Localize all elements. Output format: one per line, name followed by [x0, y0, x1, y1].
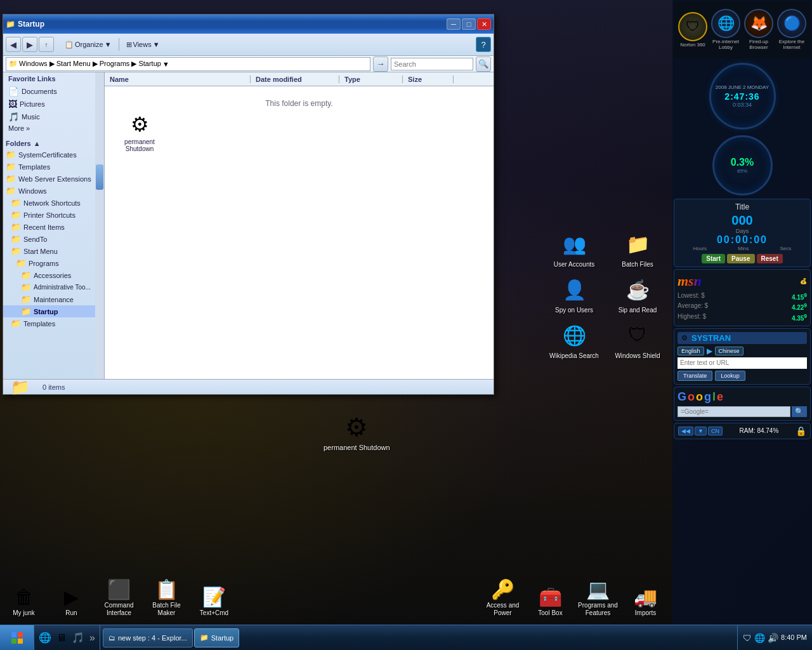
sidebar-link-pictures[interactable]: 🖼 Pictures [3, 98, 104, 110]
timer-buttons: Start Pause Reset [678, 254, 807, 263]
task-startup-label: Startup [211, 634, 233, 642]
col-type[interactable]: Type [339, 76, 403, 83]
programs-features-label: Programs and Features [577, 602, 619, 617]
timer-reset-button[interactable]: Reset [757, 254, 783, 263]
systran-translate-button[interactable]: Translate [678, 371, 712, 381]
sidebar-link-documents[interactable]: 📄 Documents [3, 85, 104, 98]
maximize-button[interactable]: □ [462, 18, 476, 30]
address-go-button[interactable]: → [373, 56, 388, 72]
desktop-icon-sip-and-read[interactable]: ☕ Sip and Read [609, 274, 666, 314]
timer-start-button[interactable]: Start [702, 254, 725, 263]
organize-button[interactable]: 📋 Organize ▼ [60, 39, 116, 51]
desktop-icon-tool-box[interactable]: 🧰 Tool Box [527, 583, 574, 620]
taskbar-task-explorer[interactable]: 🗂 new step : 4 - Explor... [103, 628, 193, 647]
google-search-row: 🔍 [678, 406, 807, 417]
breadcrumb[interactable]: 📁 Windows ▶ Start Menu ▶ Programs ▶ Star… [6, 57, 370, 71]
taskbar-show-desktop-icon[interactable]: 🖥 [55, 631, 69, 645]
rp-icon-norton[interactable]: 🛡 Norton 360 [678, 12, 707, 48]
empty-message: This folder is empty. [265, 99, 332, 108]
google-g2: g [704, 390, 711, 404]
rp-icon-preinternet[interactable]: 🌐 Pre-internet Lobby [709, 9, 742, 51]
close-button[interactable]: ✕ [477, 18, 491, 30]
up-button[interactable]: ↑ [39, 37, 54, 52]
search-input[interactable] [391, 58, 473, 70]
col-name[interactable]: Name [105, 76, 251, 83]
folder-printershortcuts[interactable]: 📁Printer Shortcuts [3, 209, 95, 221]
msn-avg-label: Average: $ [678, 302, 708, 311]
forward-button[interactable]: ▶ [22, 37, 37, 52]
file-item-shutdown[interactable]: ⚙ permanent Shutdown [117, 112, 162, 152]
systran-text-input[interactable] [678, 357, 807, 369]
desktop-icon-run[interactable]: ▶ Run [48, 583, 95, 620]
folder-templates1[interactable]: 📁Templates [3, 161, 95, 173]
col-date[interactable]: Date modified [251, 76, 339, 83]
google-search-input[interactable] [678, 406, 790, 417]
folder-networkshortcuts[interactable]: 📁Network Shortcuts [3, 197, 95, 209]
desktop-icon-programs-features[interactable]: 💻 Programs and Features [574, 576, 622, 620]
folder-icon: 📁 [11, 210, 21, 220]
folder-recentitems[interactable]: 📁Recent Items [3, 221, 95, 233]
ram-btn2[interactable]: ▼ [695, 427, 707, 435]
systran-to-lang[interactable]: Chinese [715, 347, 743, 355]
folder-startmenu[interactable]: 📁Start Menu [3, 245, 95, 257]
folder-accessories[interactable]: 📁Accessories [3, 269, 95, 281]
folder-windows[interactable]: 📁Windows [3, 185, 95, 197]
taskbar-ie-icon[interactable]: 🌐 [37, 630, 53, 645]
col-size[interactable]: Size [403, 76, 454, 83]
rp-icon-ie[interactable]: 🔵 Explore the Internet [775, 9, 808, 51]
desktop-icon-user-accounts[interactable]: 👥 User Accounts [546, 229, 603, 268]
systray-norton-icon[interactable]: 🛡 [743, 633, 752, 643]
desktop-icon-batch-file-maker[interactable]: 📋 Batch File Maker [143, 576, 190, 620]
batch-file-maker-label: Batch File Maker [145, 602, 188, 617]
ram-btn3[interactable]: CN [708, 427, 723, 435]
systran-from-lang[interactable]: English [678, 347, 704, 355]
scrollbar-thumb[interactable] [96, 164, 103, 190]
desktop-icon-permanent-shutdown[interactable]: ⚙ permanent Shutdown [324, 413, 390, 451]
folder-webserver[interactable]: 📁Web Server Extensions [3, 173, 95, 185]
google-search-button[interactable]: 🔍 [792, 406, 807, 417]
views-button[interactable]: ⊞ Views ▼ [122, 39, 164, 51]
folder-maintenance[interactable]: 📁Maintenance [3, 293, 95, 305]
quick-launch-expand[interactable]: » [88, 631, 97, 645]
task-startup-icon: 📁 [200, 633, 209, 642]
taskbar-media-icon[interactable]: 🎵 [70, 630, 86, 645]
systran-lookup-button[interactable]: Lookup [715, 371, 745, 381]
timer-hours-label: Hours [693, 246, 707, 251]
folder-startup[interactable]: 📁Startup [3, 305, 95, 317]
systray-network-icon[interactable]: 🌐 [754, 633, 765, 643]
minimize-button[interactable]: ─ [447, 18, 461, 30]
ram-btn1[interactable]: ◀◀ [678, 427, 693, 435]
sidebar-link-more[interactable]: More » [3, 123, 104, 133]
folder-systemcerts[interactable]: 📁SystemCertificates [3, 149, 95, 161]
scrollbar-track[interactable] [95, 72, 104, 379]
batch-files-icon: 📁 [622, 229, 653, 259]
desktop-icon-spy-on-users[interactable]: 👤 Spy on Users [546, 274, 603, 314]
sidebar-link-music[interactable]: 🎵 Music [3, 110, 104, 123]
timer-pause-button[interactable]: Pause [727, 254, 754, 263]
start-button[interactable] [0, 625, 34, 651]
desktop-icon-imports[interactable]: 🚚 Imports [622, 583, 669, 620]
taskbar-task-startup[interactable]: 📁 Startup [194, 628, 239, 647]
systray-volume-icon[interactable]: 🔊 [768, 633, 778, 643]
folder-templates2[interactable]: 📁Templates [3, 317, 95, 329]
desktop-icon-batch-files[interactable]: 📁 Batch Files [609, 229, 666, 268]
organize-icon: 📋 [65, 41, 74, 49]
desktop-icon-wikipedia[interactable]: 🌐 Wikipedia Search [546, 320, 603, 359]
desktop-icon-my-junk[interactable]: 🗑 My junk [0, 584, 48, 620]
desktop-icon-windows-shield[interactable]: 🛡 Windows Shield [609, 320, 666, 359]
file-list-header: Name Date modified Type Size [105, 72, 494, 86]
folders-expand-icon: ▲ [34, 140, 41, 147]
back-button[interactable]: ◀ [6, 37, 21, 52]
help-button[interactable]: ? [476, 37, 491, 52]
search-button[interactable]: 🔍 [476, 56, 491, 72]
folders-section-header[interactable]: Folders ▲ [3, 138, 104, 149]
folder-sendto[interactable]: 📁SendTo [3, 233, 95, 245]
desktop-icon-textcmd[interactable]: 📝 Text+Cmd [190, 583, 238, 620]
right-panel: 🛡 Norton 360 🌐 Pre-internet Lobby 🦊 Fire… [672, 0, 812, 625]
folder-admintools[interactable]: 📁Administrative Too... [3, 281, 95, 293]
folder-programs[interactable]: 📁Programs [3, 257, 95, 269]
msn-avg-row: Average: $ 4.229 [678, 302, 807, 312]
desktop-icon-access-power[interactable]: 🔑 Access and Power [479, 576, 527, 620]
rp-icon-firefox[interactable]: 🦊 Fired-up Browser [742, 9, 775, 51]
desktop-icon-command-interface[interactable]: ⬛ Command Interface [95, 576, 143, 620]
